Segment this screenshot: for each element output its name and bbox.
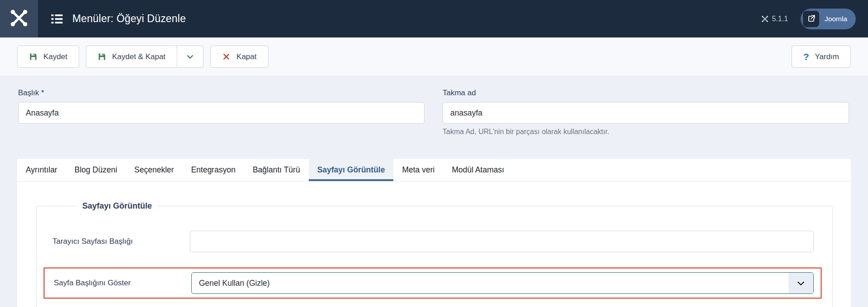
fieldset-legend: Sayfayı Görüntüle [77, 201, 157, 211]
save-actions-dropdown-toggle[interactable] [177, 46, 203, 68]
select-chevron-zone [788, 273, 813, 293]
tab-ayrintilar[interactable]: Ayrıntılar [17, 159, 66, 181]
alias-field-group: Takma ad Takma Ad, URL'nin bir parçası o… [443, 88, 849, 136]
save-button-label: Kaydet [43, 52, 67, 61]
question-icon: ? [803, 52, 809, 61]
joomla-logo-button[interactable] [0, 0, 38, 37]
help-button-label: Yardım [815, 52, 839, 61]
external-link-icon [803, 11, 819, 27]
close-button[interactable]: Kapat [210, 46, 268, 68]
tab-sayfayi-goruntule[interactable]: Sayfayı Görüntüle [309, 159, 394, 181]
navbar: Menüler: Öğeyi Düzenle 5.1.1 [0, 0, 868, 37]
main-content: Başlık * Takma ad Takma Ad, URL'nin bir … [0, 76, 868, 307]
show-page-heading-select-value: Genel Kullan (Gizle) [192, 273, 788, 293]
tab-secenekler[interactable]: Seçenekler [126, 159, 183, 181]
browser-page-title-row: Tarayıcı Sayfası Başlığı [52, 231, 814, 252]
help-button[interactable]: ? Yardım [792, 46, 851, 68]
menu-list-icon [50, 12, 64, 26]
browser-page-title-input[interactable] [190, 231, 814, 252]
save-close-floppy-icon [98, 52, 106, 61]
save-floppy-icon [29, 52, 38, 61]
site-preview-button[interactable]: Joomla [801, 9, 856, 29]
title-alias-row: Başlık * Takma ad Takma Ad, URL'nin bir … [0, 76, 868, 136]
chevron-down-icon [796, 279, 806, 288]
tab-baglanti-turu[interactable]: Bağlantı Türü [244, 159, 309, 181]
tab-bar: Ayrıntılar Blog Düzeni Seçenekler Entegr… [17, 159, 851, 181]
page-title: Menüler: Öğeyi Düzenle [72, 13, 186, 25]
tab-modul-atamasi[interactable]: Modül Ataması [443, 159, 513, 181]
title-field-group: Başlık * [18, 88, 425, 136]
alias-help-text: Takma Ad, URL'nin bir parçası olarak kul… [443, 128, 849, 136]
tab-meta-veri[interactable]: Meta veri [393, 159, 443, 181]
site-preview-label: Joomla [825, 15, 847, 23]
joomla-mini-icon [761, 15, 769, 23]
joomla-logo-icon [9, 9, 28, 29]
show-page-heading-label: Sayfa Başlığını Göster [54, 279, 191, 288]
tab-blog-duzeni[interactable]: Blog Düzeni [66, 159, 126, 181]
show-page-heading-select[interactable]: Genel Kullan (Gizle) [191, 272, 814, 294]
save-close-button-label: Kaydet & Kapat [112, 52, 165, 61]
page-display-fieldset: Sayfayı Görüntüle Tarayıcı Sayfası Başlı… [36, 201, 833, 307]
tab-entegrasyon[interactable]: Entegrasyon [183, 159, 244, 181]
chevron-down-icon [186, 52, 194, 61]
save-close-split-button: Kaydet & Kapat [86, 46, 203, 68]
title-field-label: Başlık * [18, 88, 425, 98]
show-page-heading-row-highlighted: Sayfa Başlığını Göster Genel Kullan (Giz… [43, 267, 822, 299]
save-button[interactable]: Kaydet [17, 46, 79, 68]
close-x-icon [222, 52, 231, 61]
edit-tab-card: Ayrıntılar Blog Düzeni Seçenekler Entegr… [17, 159, 851, 307]
save-close-button[interactable]: Kaydet & Kapat [86, 46, 177, 68]
alias-field-label: Takma ad [443, 88, 849, 98]
close-button-label: Kapat [236, 52, 256, 61]
browser-page-title-label: Tarayıcı Sayfası Başlığı [52, 237, 190, 246]
toolbar: Kaydet Kaydet & Kapat [0, 37, 868, 76]
joomla-version: 5.1.1 [761, 15, 788, 23]
version-text: 5.1.1 [772, 15, 788, 23]
tab-content-sayfayi-goruntule: Sayfayı Görüntüle Tarayıcı Sayfası Başlı… [17, 181, 851, 307]
title-input[interactable] [18, 102, 425, 124]
alias-input[interactable] [443, 102, 849, 124]
